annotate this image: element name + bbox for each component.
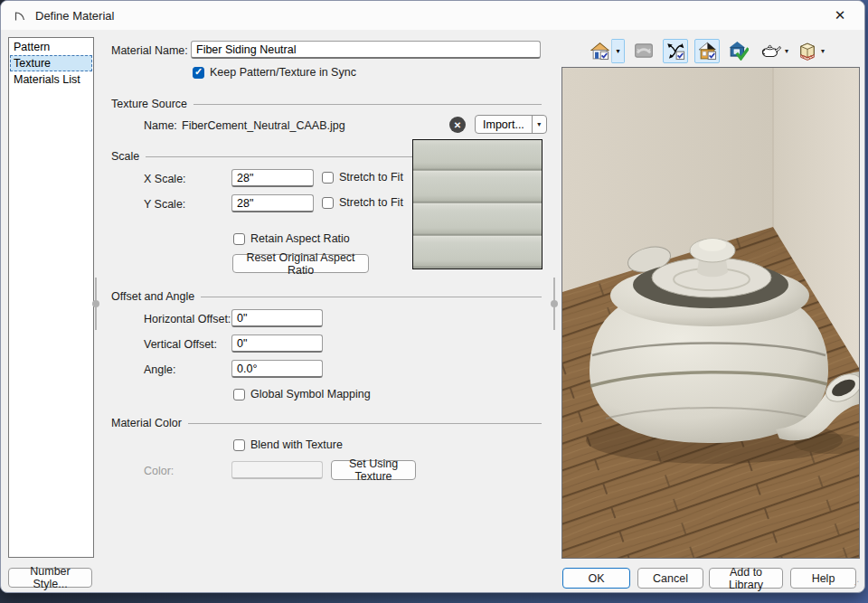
right-splitter[interactable] xyxy=(553,278,555,330)
stretch-x-label: Stretch to Fit xyxy=(339,171,403,184)
retain-aspect-label: Retain Aspect Ratio xyxy=(250,232,350,245)
delete-texture-icon[interactable]: ✕ xyxy=(449,117,466,133)
texture-swatch xyxy=(412,139,542,269)
cube-preview-icon[interactable]: ▾ xyxy=(796,39,826,63)
y-scale-input[interactable] xyxy=(231,194,314,212)
blend-texture-label: Blend with Texture xyxy=(250,438,343,451)
cancel-button[interactable]: Cancel xyxy=(637,568,703,589)
sync-checkbox-row: Keep Pattern/Texture in Sync xyxy=(193,66,356,79)
import-split-button: Import... ▾ xyxy=(475,115,547,134)
color-swatch-field xyxy=(231,461,323,479)
reset-aspect-button[interactable]: Reset Original Aspect Ratio xyxy=(232,254,369,273)
define-material-dialog: Define Material ✕ Pattern Texture Materi… xyxy=(0,0,865,593)
blend-texture-row: Blend with Texture xyxy=(233,438,343,451)
contrast-house-check-icon[interactable] xyxy=(694,39,720,63)
cube-dropdown-icon[interactable]: ▾ xyxy=(821,47,825,55)
number-style-button[interactable]: Number Style... xyxy=(8,568,92,588)
global-mapping-row: Global Symbol Mapping xyxy=(233,388,371,400)
material-color-heading: Material Color xyxy=(111,417,182,429)
stretch-y-checkbox[interactable] xyxy=(322,197,334,209)
stretch-y-row: Stretch to Fit xyxy=(322,196,403,209)
import-dropdown-icon[interactable]: ▾ xyxy=(533,116,546,133)
help-button[interactable]: Help xyxy=(790,568,856,589)
stretch-y-label: Stretch to Fit xyxy=(339,196,403,209)
material-name-label: Material Name: xyxy=(111,44,188,57)
horizontal-offset-input[interactable] xyxy=(231,309,323,327)
teapot-dropdown-icon[interactable]: ▾ xyxy=(785,47,788,55)
panel-item-pattern[interactable]: Pattern xyxy=(10,39,92,55)
panel-list: Pattern Texture Materials List xyxy=(8,37,94,558)
texture-sync-disabled-icon xyxy=(631,39,656,63)
left-splitter[interactable] xyxy=(95,278,97,330)
angle-input[interactable] xyxy=(231,360,323,378)
arc-tool-icon xyxy=(13,8,27,23)
global-mapping-label: Global Symbol Mapping xyxy=(250,388,371,400)
blend-texture-checkbox[interactable] xyxy=(233,439,245,451)
texture-source-heading: Texture Source xyxy=(111,98,187,110)
teapot-preview-icon[interactable]: ▾ xyxy=(758,39,789,63)
y-scale-label: Y Scale: xyxy=(144,198,185,211)
scale-heading: Scale xyxy=(111,150,139,163)
screen: Define Material ✕ Pattern Texture Materi… xyxy=(0,0,868,603)
horizontal-offset-label: Horizontal Offset: xyxy=(144,313,231,325)
titlebar: Define Material ✕ xyxy=(1,1,864,30)
resize-grip[interactable]: ⋰ xyxy=(851,579,860,589)
sync-checkbox[interactable] xyxy=(193,67,204,79)
add-to-library-button[interactable]: Add to Library xyxy=(709,568,783,589)
set-using-texture-button[interactable]: Set Using Texture xyxy=(331,460,416,480)
apply-house-green-check-icon[interactable] xyxy=(726,39,751,63)
panel-item-materials-list[interactable]: Materials List xyxy=(10,71,92,88)
group-rule xyxy=(201,297,542,297)
angle-label: Angle: xyxy=(144,363,175,376)
offset-angle-group: Offset and Angle xyxy=(111,290,542,303)
vertical-offset-label: Vertical Offset: xyxy=(144,338,217,351)
vertical-offset-input[interactable] xyxy=(231,334,323,353)
x-scale-label: X Scale: xyxy=(144,173,186,185)
sync-checkbox-label: Keep Pattern/Texture in Sync xyxy=(210,66,356,79)
stretch-x-row: Stretch to Fit xyxy=(322,171,403,184)
texture-file-name: FiberCement_Neutral_CAAB.jpg xyxy=(182,119,345,132)
ok-button[interactable]: OK xyxy=(562,568,630,589)
stretch-x-checkbox[interactable] xyxy=(322,172,334,184)
global-mapping-checkbox[interactable] xyxy=(233,389,245,400)
offset-angle-heading: Offset and Angle xyxy=(111,290,194,303)
group-rule xyxy=(188,423,542,424)
preview-toolbar: ▾ xyxy=(587,38,826,63)
teapot-scene xyxy=(562,68,859,558)
x-scale-input[interactable] xyxy=(231,169,314,187)
material-color-group: Material Color xyxy=(111,417,542,429)
close-icon[interactable]: ✕ xyxy=(825,3,855,28)
material-name-input[interactable] xyxy=(191,41,541,59)
texture-source-group: Texture Source xyxy=(111,98,542,110)
pattern-house-split-button: ▾ xyxy=(587,39,625,63)
texture-name-label: Name: xyxy=(144,119,177,132)
retain-aspect-checkbox[interactable] xyxy=(233,233,245,245)
dialog-title: Define Material xyxy=(35,9,114,23)
import-button[interactable]: Import... xyxy=(476,116,532,133)
pattern-house-dropdown-icon[interactable]: ▾ xyxy=(612,39,625,63)
group-rule xyxy=(193,104,542,105)
retain-aspect-row: Retain Aspect Ratio xyxy=(233,232,350,245)
material-3d-preview[interactable] xyxy=(561,67,860,559)
panel-item-texture[interactable]: Texture xyxy=(10,55,92,71)
pattern-house-check-icon[interactable] xyxy=(587,39,612,63)
color-label: Color: xyxy=(144,465,174,477)
mapping-arrows-check-icon[interactable] xyxy=(663,39,688,63)
